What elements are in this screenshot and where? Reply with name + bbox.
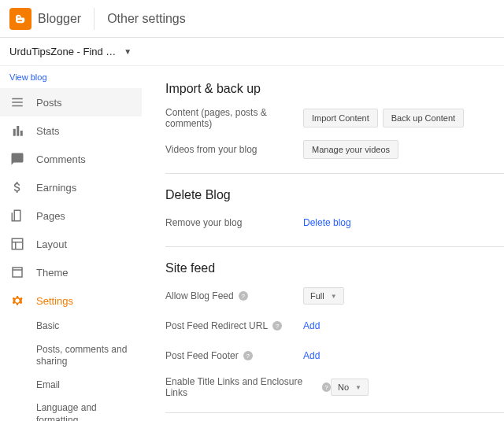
sub-item-basic[interactable]: Basic: [36, 315, 142, 338]
help-icon[interactable]: ?: [272, 321, 282, 331]
sidebar-item-layout[interactable]: Layout: [0, 230, 142, 258]
backup-content-button[interactable]: Back up Content: [383, 109, 464, 127]
header: Blogger Other settings: [0, 0, 504, 38]
redirect-add-link[interactable]: Add: [303, 320, 320, 331]
enclosure-select[interactable]: No▼: [331, 379, 369, 396]
help-icon[interactable]: ?: [243, 351, 253, 360]
sidebar-item-stats[interactable]: Stats: [0, 116, 142, 145]
sub-item-email[interactable]: Email: [36, 374, 142, 397]
chevron-down-icon: ▼: [124, 47, 132, 56]
section-delete-title: Delete Blog: [165, 188, 504, 202]
layout-icon: [9, 236, 25, 252]
delete-blog-link[interactable]: Delete blog: [303, 217, 351, 228]
feed-footer-label: Post Feed Footer: [165, 350, 239, 361]
brand-name: Blogger: [38, 12, 81, 26]
content-label: Content (pages, posts & comments): [165, 107, 303, 129]
view-blog-link[interactable]: View blog: [0, 66, 142, 88]
comments-icon: [9, 151, 25, 167]
divider: [165, 246, 504, 247]
sub-item-posts-comments[interactable]: Posts, comments and sharing: [36, 338, 142, 374]
sidebar-item-earnings[interactable]: Earnings: [0, 173, 142, 201]
posts-icon: [9, 94, 25, 110]
videos-label: Videos from your blog: [165, 144, 303, 155]
remove-blog-label: Remove your blog: [165, 217, 303, 228]
gear-icon: [9, 293, 25, 308]
blog-selector[interactable]: UrduTipsZone - Find … ▼: [0, 38, 504, 66]
help-icon[interactable]: ?: [239, 291, 248, 301]
sub-item-language[interactable]: Language and formatting: [36, 397, 142, 421]
divider: [165, 173, 504, 174]
section-import-backup-title: Import & back up: [165, 82, 504, 96]
stats-icon: [9, 123, 25, 138]
blog-name: UrduTipsZone - Find …: [9, 46, 116, 57]
chevron-down-icon: ▼: [355, 384, 361, 391]
divider: [94, 8, 94, 30]
page-title: Other settings: [107, 12, 186, 26]
theme-icon: [9, 264, 25, 280]
sidebar-item-theme[interactable]: Theme: [0, 258, 142, 286]
pages-icon: [9, 208, 25, 223]
allow-feed-select[interactable]: Full▼: [303, 287, 344, 305]
sidebar-item-comments[interactable]: Comments: [0, 145, 142, 173]
blogger-logo-icon: [9, 8, 32, 30]
footer-add-link[interactable]: Add: [303, 350, 320, 361]
sidebar-item-pages[interactable]: Pages: [0, 201, 142, 230]
content: Import & back up Content (pages, posts &…: [142, 66, 504, 421]
settings-subnav: Basic Posts, comments and sharing Email …: [0, 315, 142, 421]
help-icon[interactable]: ?: [322, 382, 331, 392]
section-site-feed-title: Site feed: [165, 261, 504, 275]
redirect-url-label: Post Feed Redirect URL: [165, 320, 268, 331]
sidebar-item-settings[interactable]: Settings: [0, 286, 142, 315]
enclosure-label: Enable Title Links and Enclosure Links: [165, 376, 317, 398]
earnings-icon: [9, 179, 25, 195]
allow-feed-label: Allow Blog Feed: [165, 290, 234, 301]
sidebar-item-posts[interactable]: Posts: [0, 88, 142, 116]
divider: [165, 412, 504, 413]
sidebar: View blog Posts Stats Comments Earnings …: [0, 66, 142, 421]
chevron-down-icon: ▼: [331, 293, 337, 300]
manage-videos-button[interactable]: Manage your videos: [303, 140, 398, 159]
import-content-button[interactable]: Import Content: [303, 109, 378, 127]
